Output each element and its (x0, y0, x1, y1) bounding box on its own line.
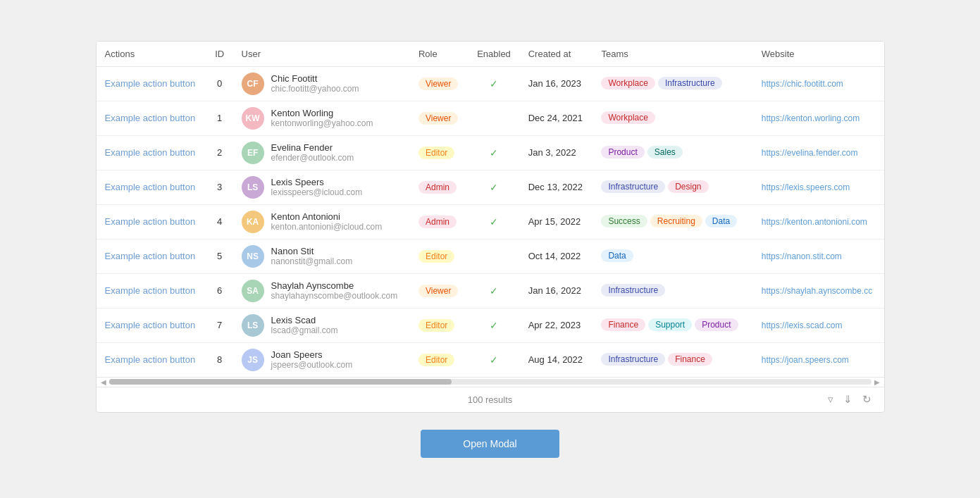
table-row: Example action button7 LS Lexis Scad lsc… (97, 308, 884, 342)
col-actions: Actions (97, 42, 206, 67)
user-info: Chic Footitt chic.footitt@yahoo.com (271, 73, 359, 94)
role-cell: Editor (410, 308, 468, 342)
created-at-cell: Aug 14, 2022 (520, 342, 593, 377)
col-role: Role (410, 42, 468, 67)
action-button[interactable]: Example action button (105, 113, 196, 123)
scroll-left-arrow[interactable]: ◀ (98, 378, 109, 386)
user-info: Nanon Stit nanonstit@gmail.com (271, 246, 353, 266)
enabled-cell: ✓ (468, 135, 519, 170)
created-at-cell: Dec 24, 2021 (520, 101, 593, 135)
enabled-cell: ✓ (468, 342, 519, 377)
user-email: kenton.antonioni@icloud.com (271, 222, 383, 232)
action-button[interactable]: Example action button (105, 251, 196, 261)
user-cell: CF Chic Footitt chic.footitt@yahoo.com (233, 66, 410, 101)
data-table: Actions ID User Role Enabled Created at … (96, 41, 885, 413)
website-cell: https://lexis.speers.com (753, 170, 884, 204)
scrollbar-thumb[interactable] (109, 379, 452, 385)
user-name: Chic Footitt (271, 73, 359, 84)
website-link[interactable]: https://shaylah.aynscombe.cc (762, 286, 872, 296)
action-button[interactable]: Example action button (105, 285, 196, 296)
table-row: Example action button5 NS Nanon Stit nan… (97, 239, 884, 273)
role-cell: Viewer (410, 273, 468, 308)
action-button[interactable]: Example action button (105, 354, 196, 365)
team-badge: Infrastructure (658, 77, 722, 89)
check-icon: ✓ (490, 78, 498, 89)
role-cell: Viewer (410, 66, 468, 101)
website-link[interactable]: https://kenton.antonioni.com (762, 217, 867, 227)
user-email: lscad@gmail.com (271, 325, 338, 335)
role-badge: Viewer (418, 77, 458, 90)
website-link[interactable]: https://kenton.worling.com (762, 113, 860, 123)
user-cell: KW Kenton Worling kentonworling@yahoo.co… (233, 101, 410, 135)
row-id: 1 (206, 101, 233, 135)
action-button[interactable]: Example action button (105, 216, 196, 227)
teams-cell: FinanceSupportProduct (593, 308, 752, 342)
user-name: Kenton Antonioni (271, 211, 383, 222)
team-badge: Recruiting (650, 215, 702, 228)
users-table: Actions ID User Role Enabled Created at … (97, 42, 884, 377)
action-button[interactable]: Example action button (105, 182, 196, 192)
website-link[interactable]: https://lexis.speers.com (762, 182, 850, 192)
teams-cell: InfrastructureDesign (593, 170, 752, 204)
open-modal-button[interactable]: Open Modal (421, 430, 559, 458)
user-name: Kenton Worling (271, 108, 373, 118)
user-email: nanonstit@gmail.com (271, 256, 353, 266)
team-badge: Workplace (601, 77, 655, 89)
avatar: NS (242, 245, 264, 268)
action-button[interactable]: Example action button (105, 320, 196, 330)
scroll-right-arrow[interactable]: ▶ (872, 378, 883, 386)
col-created-at: Created at (520, 42, 593, 67)
team-badge: Sales (647, 146, 683, 158)
download-icon[interactable]: ⇓ (842, 392, 854, 407)
filter-icon[interactable]: ▿ (826, 392, 835, 407)
avatar: SA (242, 280, 264, 302)
teams-cell: Workplace (593, 101, 752, 135)
created-at-cell: Apr 15, 2022 (520, 204, 593, 239)
website-cell: https://evelina.fender.com (753, 135, 884, 170)
scrollbar-track[interactable] (109, 379, 872, 385)
avatar: LS (242, 176, 264, 199)
refresh-icon[interactable]: ↻ (861, 392, 873, 407)
teams-cell: Data (593, 239, 752, 273)
avatar: CF (242, 73, 264, 95)
website-link[interactable]: https://chic.footitt.com (762, 79, 843, 89)
avatar: EF (242, 142, 264, 164)
team-badge: Infrastructure (601, 180, 665, 193)
role-badge: Editor (418, 147, 454, 159)
role-badge: Editor (418, 319, 454, 332)
horizontal-scrollbar[interactable]: ◀ ▶ (97, 377, 884, 387)
check-icon: ✓ (490, 285, 498, 297)
user-email: lexisspeers@icloud.com (271, 187, 363, 197)
role-cell: Admin (410, 170, 468, 204)
action-button[interactable]: Example action button (105, 78, 196, 89)
table-scroll-area[interactable]: Actions ID User Role Enabled Created at … (97, 42, 884, 377)
table-row: Example action button3 LS Lexis Speers l… (97, 170, 884, 204)
team-badge: Infrastructure (601, 353, 665, 366)
website-link[interactable]: https://nanon.stit.com (762, 251, 842, 261)
footer-actions: ▿ ⇓ ↻ (826, 392, 873, 407)
website-link[interactable]: https://lexis.scad.com (762, 320, 843, 330)
row-id: 5 (206, 239, 233, 273)
user-cell: SA Shaylah Aynscombe shaylahaynscombe@ou… (233, 273, 410, 308)
action-button[interactable]: Example action button (105, 147, 196, 158)
role-badge: Editor (418, 250, 454, 263)
website-cell: https://shaylah.aynscombe.cc (753, 273, 884, 308)
team-badge: Design (668, 180, 708, 193)
website-link[interactable]: https://joan.speers.com (762, 355, 849, 365)
website-cell: https://joan.speers.com (753, 342, 884, 377)
user-email: efender@outlook.com (271, 153, 354, 163)
teams-cell: InfrastructureFinance (593, 342, 752, 377)
col-enabled: Enabled (468, 42, 519, 67)
row-id: 6 (206, 273, 233, 308)
user-cell: LS Lexis Speers lexisspeers@icloud.com (233, 170, 410, 204)
website-cell: https://lexis.scad.com (753, 308, 884, 342)
table-row: Example action button0 CF Chic Footitt c… (97, 66, 884, 101)
user-info: Lexis Scad lscad@gmail.com (271, 315, 338, 335)
team-badge: Product (695, 318, 738, 331)
col-user: User (233, 42, 410, 67)
role-badge: Viewer (418, 285, 458, 297)
team-badge: Product (601, 146, 644, 158)
website-link[interactable]: https://evelina.fender.com (762, 148, 858, 158)
created-at-cell: Jan 3, 2022 (520, 135, 593, 170)
row-id: 0 (206, 66, 233, 101)
